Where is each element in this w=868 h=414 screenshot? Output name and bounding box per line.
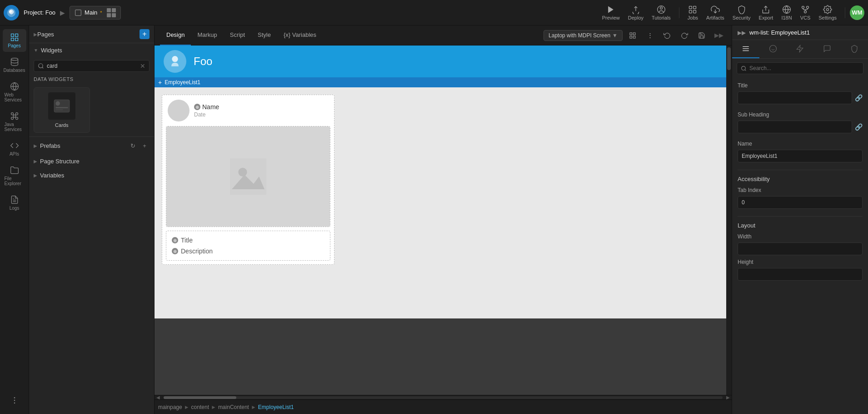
sidebar-javaservices-label: Java Services <box>5 122 25 132</box>
right-panel-collapse-btn[interactable]: ▶▶ <box>738 30 746 36</box>
widget-search-box: ✕ <box>34 60 150 72</box>
refresh-prefabs-button[interactable]: ↻ <box>128 141 138 151</box>
subheading-input-row: 🔗 <box>738 121 863 133</box>
sidebar-item-more[interactable] <box>3 392 26 409</box>
svg-rect-38 <box>630 33 632 35</box>
toolbar-tabs: Design Markup Script Style {x} Variables <box>160 25 323 45</box>
height-input[interactable] <box>738 268 863 281</box>
svg-rect-41 <box>633 36 635 38</box>
width-input[interactable] <box>738 242 863 255</box>
app-logo[interactable] <box>4 5 19 20</box>
name-input[interactable] <box>738 150 863 162</box>
sidebar-item-apis[interactable]: APIs <box>3 137 26 160</box>
card-widget[interactable]: Name Date <box>162 95 334 265</box>
widgets-section-header[interactable]: ▼ Widgets <box>29 43 154 57</box>
sidebar-item-pages[interactable]: Pages <box>3 29 26 52</box>
variables-section[interactable]: ▶ Variables <box>29 168 154 182</box>
canvas-scrollbar-vertical[interactable] <box>726 45 732 395</box>
search-clear-button[interactable]: ✕ <box>140 62 145 70</box>
expand-right-button[interactable]: ▶▶ <box>712 28 726 43</box>
preview-button[interactable]: Preview <box>599 3 624 22</box>
sep1 <box>679 7 679 18</box>
card-date-field: Date <box>194 111 219 118</box>
tab-events[interactable] <box>787 40 814 58</box>
add-prefab-button[interactable]: + <box>140 141 150 151</box>
sidebar-logs-label: Logs <box>10 206 20 211</box>
tab-security-right[interactable] <box>841 40 868 58</box>
breadcrumb-mainpage[interactable]: mainpage <box>158 404 182 410</box>
security-button[interactable]: Security <box>729 3 754 22</box>
pages-section-header[interactable]: ▶ Pages + <box>29 25 154 43</box>
right-panel: ▶▶ wm-list: EmployeeList1 <box>732 25 868 414</box>
right-search-input[interactable] <box>749 65 859 71</box>
tutorials-button[interactable]: Tutorials <box>648 3 674 22</box>
svg-point-35 <box>55 101 60 106</box>
svg-rect-39 <box>633 33 635 35</box>
tab-accessibility[interactable] <box>813 40 841 58</box>
add-page-button[interactable]: + <box>140 29 150 39</box>
export-button[interactable]: Export <box>755 3 777 22</box>
canvas-scrollbar-horizontal[interactable]: ◀ ▶ <box>155 395 732 399</box>
sidebar-item-web-services[interactable]: Web Services <box>3 78 26 106</box>
canvas-app-header: Foo <box>155 45 732 77</box>
sidebar-databases-label: Databases <box>4 68 25 73</box>
tab-style[interactable]: Style <box>251 25 277 45</box>
tab-properties[interactable] <box>732 40 759 58</box>
tab-script[interactable]: Script <box>224 25 251 45</box>
height-input-row <box>738 268 863 281</box>
prop-group-subheading: Sub Heading 🔗 <box>738 111 863 133</box>
expand-arrow[interactable]: ▶ <box>60 9 65 16</box>
tab-variables[interactable]: {x} Variables <box>277 25 323 45</box>
sidebar-item-logs[interactable]: Logs <box>3 192 26 214</box>
subheading-link-icon[interactable]: 🔗 <box>855 123 863 131</box>
deploy-button[interactable]: Deploy <box>624 3 647 22</box>
cards-widget-icon <box>48 92 75 120</box>
i18n-button[interactable]: I18N <box>778 3 795 22</box>
right-panel-content: Title 🔗 Sub Heading 🔗 Name <box>732 78 868 414</box>
redo-button[interactable] <box>677 28 692 43</box>
page-structure-section[interactable]: ▶ Page Structure <box>29 154 154 168</box>
tab-markup[interactable]: Markup <box>191 25 223 45</box>
tab-index-input[interactable] <box>738 196 863 209</box>
breadcrumb-content[interactable]: content <box>191 404 209 410</box>
sidebar-fileexplorer-label: File Explorer <box>5 176 25 186</box>
card-description-label: Description <box>181 247 213 255</box>
subheading-prop-label: Sub Heading <box>738 111 863 118</box>
svg-marker-52 <box>797 45 803 52</box>
breadcrumb-maincontent[interactable]: mainContent <box>218 404 249 410</box>
breadcrumb-employeelist1[interactable]: EmployeeList1 <box>258 404 294 410</box>
vcs-button[interactable]: VCS <box>797 3 814 22</box>
screen-dropdown[interactable]: Laptop with MDPI Screen ▼ <box>544 30 623 41</box>
svg-point-1 <box>9 10 12 13</box>
canvas-scroll[interactable]: Foo + EmployeeList1 <box>155 45 732 395</box>
cards-widget-label: Cards <box>55 122 68 128</box>
title-input[interactable] <box>738 91 852 104</box>
sidebar-item-java-services[interactable]: Java Services <box>3 108 26 136</box>
subheading-input[interactable] <box>738 121 852 133</box>
settings-button[interactable]: Settings <box>815 3 840 22</box>
undo-button[interactable] <box>660 28 674 43</box>
widget-search-input[interactable] <box>47 63 137 69</box>
tab-design[interactable]: Design <box>160 25 191 45</box>
save-button[interactable] <box>694 28 709 43</box>
more-options-button[interactable]: ⋮ <box>643 28 657 43</box>
breadcrumb-sep3: ► <box>251 404 256 410</box>
user-avatar[interactable]: WM <box>850 5 864 20</box>
cards-widget[interactable]: Cards <box>34 87 90 133</box>
title-input-row: 🔗 <box>738 91 863 104</box>
sidebar-item-databases[interactable]: Databases <box>3 54 26 76</box>
canvas-selection-bar[interactable]: + EmployeeList1 <box>155 77 732 87</box>
svg-rect-40 <box>630 36 632 38</box>
main-tab[interactable]: Main * <box>70 6 120 20</box>
svg-point-15 <box>804 10 806 13</box>
artifacts-button[interactable]: Artifacts <box>703 3 728 22</box>
jobs-button[interactable]: Jobs <box>684 3 702 22</box>
layout-icon-button[interactable] <box>625 28 640 43</box>
canvas-app-title: Foo <box>194 55 212 68</box>
card-image-section <box>166 126 330 227</box>
tab-styles[interactable] <box>759 40 787 58</box>
title-link-icon[interactable]: 🔗 <box>855 94 863 101</box>
sidebar-item-file-explorer[interactable]: File Explorer <box>3 162 26 190</box>
prefabs-section[interactable]: ▶ Prefabs ↻ + <box>29 137 154 154</box>
project-label: Project: Foo <box>24 9 55 16</box>
